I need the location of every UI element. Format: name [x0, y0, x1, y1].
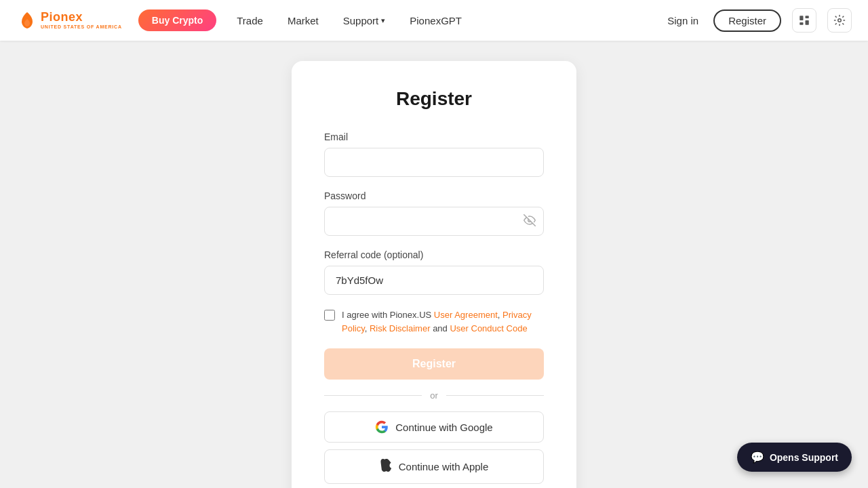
email-group: Email [324, 131, 544, 177]
referral-group: Referral code (optional) [324, 249, 544, 295]
referral-input[interactable] [324, 266, 544, 295]
terms-text: I agree with Pionex.US User Agreement, P… [342, 308, 544, 335]
google-button-label: Continue with Google [395, 422, 492, 433]
settings-icon[interactable] [827, 8, 852, 33]
logo-name: Pionex [41, 11, 122, 24]
apple-button-label: Continue with Apple [399, 461, 489, 472]
support-button[interactable]: 💬 Opens Support [737, 443, 852, 472]
risk-disclaimer-link[interactable]: Risk Disclaimer [370, 323, 431, 333]
terms-checkbox[interactable] [324, 310, 335, 321]
password-label: Password [324, 190, 544, 201]
password-input[interactable] [324, 207, 544, 236]
email-label: Email [324, 131, 544, 142]
user-agreement-link[interactable]: User Agreement [434, 310, 498, 320]
apple-signin-button[interactable]: Continue with Apple [324, 449, 544, 484]
register-submit-button[interactable]: Register [324, 348, 544, 380]
svg-rect-2 [800, 22, 803, 25]
logo-icon [16, 9, 38, 31]
divider-line-right [446, 395, 544, 396]
nav-market[interactable]: Market [278, 9, 328, 32]
divider: or [324, 390, 544, 401]
apple-icon [380, 458, 392, 475]
main-content: Register Email Password Referral [0, 41, 868, 488]
nav-pioneergpt[interactable]: PionexGPT [400, 9, 471, 32]
logo-subtitle: UNITED STATES OF AMERICA [41, 24, 122, 30]
register-nav-button[interactable]: Register [713, 9, 781, 32]
navbar: Pionex UNITED STATES OF AMERICA Buy Cryp… [0, 0, 868, 41]
support-label: Opens Support [770, 452, 838, 463]
app-icon[interactable] [792, 8, 816, 33]
svg-point-4 [838, 19, 842, 22]
register-card: Register Email Password Referral [292, 61, 576, 488]
buy-crypto-button[interactable]: Buy Crypto [138, 9, 216, 31]
register-title: Register [324, 88, 544, 110]
divider-text: or [430, 390, 438, 401]
svg-rect-3 [806, 20, 809, 25]
divider-line-left [324, 395, 422, 396]
support-icon: 💬 [751, 451, 764, 464]
svg-rect-1 [806, 16, 809, 18]
nav-support[interactable]: Support [334, 9, 395, 32]
sign-in-link[interactable]: Sign in [658, 9, 708, 32]
referral-label: Referral code (optional) [324, 249, 544, 260]
logo[interactable]: Pionex UNITED STATES OF AMERICA [16, 9, 122, 31]
terms-row: I agree with Pionex.US User Agreement, P… [324, 308, 544, 335]
user-conduct-link[interactable]: User Conduct Code [450, 323, 527, 333]
svg-rect-0 [800, 16, 803, 20]
google-signin-button[interactable]: Continue with Google [324, 411, 544, 443]
password-group: Password [324, 190, 544, 236]
password-toggle-icon[interactable] [524, 214, 536, 229]
email-input[interactable] [324, 148, 544, 177]
nav-trade[interactable]: Trade [227, 9, 273, 32]
google-icon [375, 420, 389, 434]
password-wrapper [324, 207, 544, 236]
